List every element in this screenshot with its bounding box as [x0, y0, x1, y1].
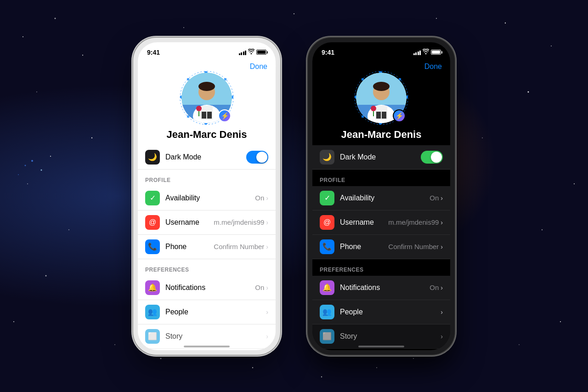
dark-mode-label-dark: Dark Mode [340, 153, 415, 161]
people-right-light: › [266, 308, 268, 316]
username-icon-light: @ [145, 215, 160, 230]
people-icon-dark: 👥 [320, 305, 334, 319]
phone-icon-light: 📞 [145, 239, 160, 254]
people-symbol-light: 👥 [148, 307, 157, 316]
light-screen: 9:41 [138, 42, 276, 350]
username-chevron-light: › [266, 219, 268, 226]
username-chevron-dark: › [441, 219, 443, 226]
dark-mode-row-light[interactable]: 🌙 Dark Mode [138, 145, 276, 170]
done-button-light[interactable]: Done [250, 62, 267, 71]
status-icons-dark [413, 49, 441, 56]
battery-fill-light [257, 51, 266, 54]
toggle-knob-light [256, 152, 267, 163]
dark-mode-toggle-light[interactable] [246, 151, 268, 164]
battery-dark [431, 50, 441, 55]
story-right-dark: › [441, 333, 443, 340]
notifications-row-dark[interactable]: 🔔 Notifications On › [312, 276, 450, 300]
home-indicator-light [184, 346, 230, 347]
messenger-badge-light: ⚡ [218, 109, 231, 122]
story-icon-dark: ⬜ [320, 329, 334, 344]
svg-rect-77 [376, 112, 381, 119]
story-label-dark: Story [340, 332, 435, 341]
people-row-dark[interactable]: 👥 People › [312, 300, 450, 324]
svg-rect-54 [207, 112, 212, 119]
people-row-light[interactable]: 👥 People › [138, 300, 276, 324]
avatar-container-dark: ⚡ [356, 73, 407, 123]
phone-row-light[interactable]: 📞 Phone Confirm Number › [138, 235, 276, 259]
signal-bar-d2 [415, 52, 417, 55]
dark-mode-row-dark[interactable]: 🌙 Dark Mode [312, 145, 450, 170]
availability-right-dark: On › [430, 194, 443, 202]
availability-row-dark[interactable]: ✓ Availability On › [312, 186, 450, 210]
phone-value-light: Confirm Number [214, 243, 264, 250]
notifications-right-light: On › [255, 284, 268, 291]
notifications-row-light[interactable]: 🔔 Notifications On › [138, 276, 276, 300]
username-icon-dark: @ [320, 215, 334, 230]
phone-label-light: Phone [165, 243, 208, 251]
notifications-label-dark: Notifications [340, 284, 424, 292]
username-right-light: m.me/jmdenis99 › [214, 218, 268, 226]
username-row-light[interactable]: @ Username m.me/jmdenis99 › [138, 210, 276, 235]
profile-header-dark: PROFILE [312, 170, 450, 186]
phone-row-dark[interactable]: 📞 Phone Confirm Number › [312, 235, 450, 259]
user-name-dark: Jean-Marc Denis [341, 129, 422, 141]
svg-rect-53 [202, 112, 206, 119]
people-symbol-dark: 👥 [322, 307, 332, 316]
screen-content-dark: Done [312, 59, 450, 350]
phone-right-light: Confirm Number › [214, 243, 268, 250]
done-button-dark[interactable]: Done [424, 62, 442, 71]
availability-right-light: On › [255, 194, 268, 202]
phone-symbol-dark: 📞 [322, 242, 332, 251]
moon-icon-light: 🌙 [148, 153, 157, 161]
availability-chevron-light: › [266, 194, 268, 202]
avatar-section-dark: ⚡ Jean-Marc Denis [312, 59, 450, 145]
preferences-header-dark: PREFERENCES [312, 259, 450, 276]
availability-symbol-light: ✓ [150, 193, 156, 202]
username-label-dark: Username [340, 218, 383, 227]
notifications-chevron-dark: › [441, 284, 443, 291]
status-icons-light [239, 49, 267, 56]
dark-mode-toggle-dark[interactable] [421, 151, 443, 164]
phones-container: 9:41 [0, 0, 588, 392]
signal-bar-2 [241, 52, 242, 55]
phone-chevron-light: › [266, 243, 268, 250]
svg-rect-78 [382, 112, 386, 119]
at-symbol-light: @ [149, 218, 156, 227]
svg-point-75 [373, 82, 390, 91]
signal-bar-d3 [418, 51, 419, 55]
dark-mode-icon-dark: 🌙 [320, 150, 334, 165]
notifications-value-dark: On [430, 284, 439, 291]
at-symbol-dark: @ [323, 218, 331, 227]
story-chevron-dark: › [441, 333, 443, 340]
availability-icon-light: ✓ [145, 191, 160, 205]
battery-light [256, 50, 266, 55]
availability-label-light: Availability [165, 194, 249, 202]
people-label-light: People [165, 308, 260, 316]
signal-bar-3 [243, 51, 244, 55]
availability-icon-dark: ✓ [320, 191, 334, 205]
dark-mode-icon-light: 🌙 [145, 150, 160, 165]
notifications-right-dark: On › [430, 284, 443, 291]
username-row-dark[interactable]: @ Username m.me/jmdenis99 › [312, 210, 450, 235]
story-symbol-light: ⬜ [148, 332, 157, 341]
profile-header-light: PROFILE [138, 170, 276, 186]
svg-point-51 [198, 82, 215, 91]
phone-light: 9:41 [133, 38, 280, 355]
notifications-icon-dark: 🔔 [320, 280, 334, 295]
home-indicator-dark [358, 346, 404, 347]
messenger-icon-light: ⚡ [221, 112, 229, 119]
signal-bar-d1 [413, 53, 415, 55]
avatar-container-light: ⚡ [181, 73, 232, 123]
username-value-dark: m.me/jmdenis99 [388, 218, 439, 226]
dark-screen: 9:41 [312, 42, 450, 350]
screen-content-light: Done [138, 59, 276, 350]
wifi-light [248, 49, 254, 56]
notch-dark [351, 42, 411, 55]
time-dark: 9:41 [322, 49, 334, 56]
availability-label-dark: Availability [340, 194, 424, 202]
availability-value-light: On [255, 194, 264, 202]
availability-row-light[interactable]: ✓ Availability On › [138, 186, 276, 210]
signal-light [239, 50, 247, 55]
avatar-section-light: ⚡ Jean-Marc Denis [138, 59, 276, 145]
phone-symbol-light: 📞 [148, 242, 157, 251]
